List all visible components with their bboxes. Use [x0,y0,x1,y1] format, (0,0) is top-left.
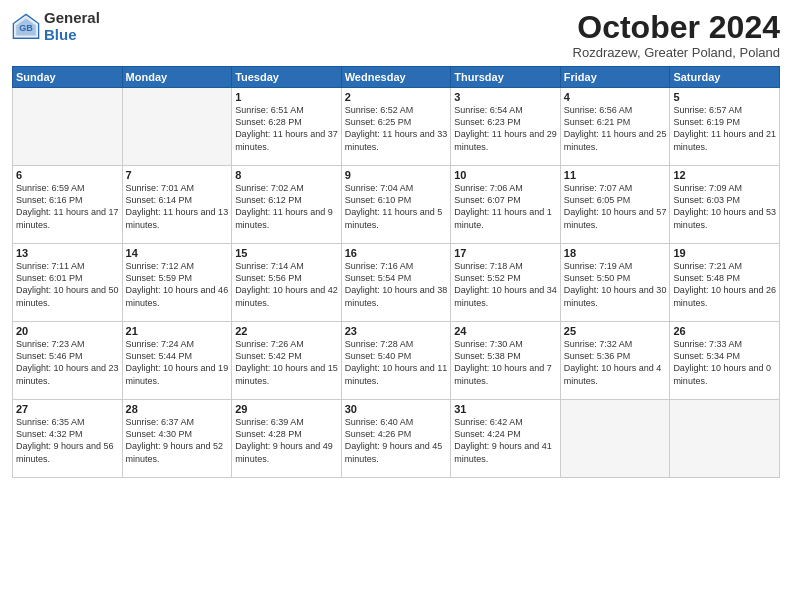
day-cell: 20Sunrise: 7:23 AMSunset: 5:46 PMDayligh… [13,322,123,400]
col-sunday: Sunday [13,67,123,88]
day-cell: 7Sunrise: 7:01 AMSunset: 6:14 PMDaylight… [122,166,232,244]
day-cell: 23Sunrise: 7:28 AMSunset: 5:40 PMDayligh… [341,322,451,400]
day-cell: 28Sunrise: 6:37 AMSunset: 4:30 PMDayligh… [122,400,232,478]
day-info: Sunrise: 6:52 AMSunset: 6:25 PMDaylight:… [345,104,448,153]
day-info: Sunrise: 6:37 AMSunset: 4:30 PMDaylight:… [126,416,229,465]
day-number: 17 [454,247,557,259]
day-number: 9 [345,169,448,181]
day-info: Sunrise: 7:26 AMSunset: 5:42 PMDaylight:… [235,338,338,387]
day-cell [560,400,670,478]
col-friday: Friday [560,67,670,88]
title-area: October 2024 Rozdrazew, Greater Poland, … [573,10,780,60]
day-cell: 31Sunrise: 6:42 AMSunset: 4:24 PMDayligh… [451,400,561,478]
day-info: Sunrise: 6:39 AMSunset: 4:28 PMDaylight:… [235,416,338,465]
day-cell: 15Sunrise: 7:14 AMSunset: 5:56 PMDayligh… [232,244,342,322]
location: Rozdrazew, Greater Poland, Poland [573,45,780,60]
header-row: Sunday Monday Tuesday Wednesday Thursday… [13,67,780,88]
day-number: 7 [126,169,229,181]
day-number: 8 [235,169,338,181]
day-info: Sunrise: 6:56 AMSunset: 6:21 PMDaylight:… [564,104,667,153]
day-cell: 25Sunrise: 7:32 AMSunset: 5:36 PMDayligh… [560,322,670,400]
day-cell: 22Sunrise: 7:26 AMSunset: 5:42 PMDayligh… [232,322,342,400]
day-cell [122,88,232,166]
day-number: 19 [673,247,776,259]
day-info: Sunrise: 7:02 AMSunset: 6:12 PMDaylight:… [235,182,338,231]
day-cell: 26Sunrise: 7:33 AMSunset: 5:34 PMDayligh… [670,322,780,400]
day-info: Sunrise: 6:35 AMSunset: 4:32 PMDaylight:… [16,416,119,465]
day-number: 15 [235,247,338,259]
day-info: Sunrise: 7:11 AMSunset: 6:01 PMDaylight:… [16,260,119,309]
day-info: Sunrise: 7:28 AMSunset: 5:40 PMDaylight:… [345,338,448,387]
day-number: 18 [564,247,667,259]
day-number: 20 [16,325,119,337]
month-title: October 2024 [573,10,780,45]
day-cell: 6Sunrise: 6:59 AMSunset: 6:16 PMDaylight… [13,166,123,244]
day-info: Sunrise: 7:07 AMSunset: 6:05 PMDaylight:… [564,182,667,231]
day-info: Sunrise: 6:59 AMSunset: 6:16 PMDaylight:… [16,182,119,231]
day-cell: 2Sunrise: 6:52 AMSunset: 6:25 PMDaylight… [341,88,451,166]
day-number: 12 [673,169,776,181]
day-number: 14 [126,247,229,259]
day-cell: 11Sunrise: 7:07 AMSunset: 6:05 PMDayligh… [560,166,670,244]
day-number: 5 [673,91,776,103]
day-cell: 27Sunrise: 6:35 AMSunset: 4:32 PMDayligh… [13,400,123,478]
week-row-3: 20Sunrise: 7:23 AMSunset: 5:46 PMDayligh… [13,322,780,400]
day-info: Sunrise: 7:18 AMSunset: 5:52 PMDaylight:… [454,260,557,309]
day-cell: 30Sunrise: 6:40 AMSunset: 4:26 PMDayligh… [341,400,451,478]
day-info: Sunrise: 7:32 AMSunset: 5:36 PMDaylight:… [564,338,667,387]
day-number: 23 [345,325,448,337]
day-cell [13,88,123,166]
day-cell [670,400,780,478]
svg-text:GB: GB [19,23,33,33]
day-info: Sunrise: 6:51 AMSunset: 6:28 PMDaylight:… [235,104,338,153]
day-number: 6 [16,169,119,181]
day-info: Sunrise: 7:33 AMSunset: 5:34 PMDaylight:… [673,338,776,387]
day-number: 10 [454,169,557,181]
day-info: Sunrise: 7:23 AMSunset: 5:46 PMDaylight:… [16,338,119,387]
day-cell: 16Sunrise: 7:16 AMSunset: 5:54 PMDayligh… [341,244,451,322]
day-number: 26 [673,325,776,337]
calendar-body: 1Sunrise: 6:51 AMSunset: 6:28 PMDaylight… [13,88,780,478]
day-cell: 21Sunrise: 7:24 AMSunset: 5:44 PMDayligh… [122,322,232,400]
day-info: Sunrise: 7:30 AMSunset: 5:38 PMDaylight:… [454,338,557,387]
day-cell: 9Sunrise: 7:04 AMSunset: 6:10 PMDaylight… [341,166,451,244]
week-row-1: 6Sunrise: 6:59 AMSunset: 6:16 PMDaylight… [13,166,780,244]
col-saturday: Saturday [670,67,780,88]
day-info: Sunrise: 7:24 AMSunset: 5:44 PMDaylight:… [126,338,229,387]
day-cell: 13Sunrise: 7:11 AMSunset: 6:01 PMDayligh… [13,244,123,322]
calendar-table: Sunday Monday Tuesday Wednesday Thursday… [12,66,780,478]
day-cell: 29Sunrise: 6:39 AMSunset: 4:28 PMDayligh… [232,400,342,478]
day-number: 29 [235,403,338,415]
logo-text: General Blue [44,10,100,43]
day-cell: 10Sunrise: 7:06 AMSunset: 6:07 PMDayligh… [451,166,561,244]
day-info: Sunrise: 7:19 AMSunset: 5:50 PMDaylight:… [564,260,667,309]
day-number: 31 [454,403,557,415]
day-number: 1 [235,91,338,103]
day-info: Sunrise: 6:57 AMSunset: 6:19 PMDaylight:… [673,104,776,153]
day-info: Sunrise: 7:04 AMSunset: 6:10 PMDaylight:… [345,182,448,231]
day-number: 25 [564,325,667,337]
day-info: Sunrise: 7:09 AMSunset: 6:03 PMDaylight:… [673,182,776,231]
header: GB General Blue October 2024 Rozdrazew, … [12,10,780,60]
day-number: 27 [16,403,119,415]
day-info: Sunrise: 7:06 AMSunset: 6:07 PMDaylight:… [454,182,557,231]
col-thursday: Thursday [451,67,561,88]
day-cell: 24Sunrise: 7:30 AMSunset: 5:38 PMDayligh… [451,322,561,400]
day-cell: 8Sunrise: 7:02 AMSunset: 6:12 PMDaylight… [232,166,342,244]
day-number: 2 [345,91,448,103]
day-number: 30 [345,403,448,415]
col-wednesday: Wednesday [341,67,451,88]
week-row-0: 1Sunrise: 6:51 AMSunset: 6:28 PMDaylight… [13,88,780,166]
day-cell: 4Sunrise: 6:56 AMSunset: 6:21 PMDaylight… [560,88,670,166]
logo-general: General [44,10,100,27]
day-cell: 1Sunrise: 6:51 AMSunset: 6:28 PMDaylight… [232,88,342,166]
day-number: 22 [235,325,338,337]
page-container: GB General Blue October 2024 Rozdrazew, … [0,0,792,486]
day-number: 21 [126,325,229,337]
day-cell: 14Sunrise: 7:12 AMSunset: 5:59 PMDayligh… [122,244,232,322]
logo-icon: GB [12,13,40,41]
day-number: 24 [454,325,557,337]
week-row-4: 27Sunrise: 6:35 AMSunset: 4:32 PMDayligh… [13,400,780,478]
week-row-2: 13Sunrise: 7:11 AMSunset: 6:01 PMDayligh… [13,244,780,322]
day-info: Sunrise: 6:54 AMSunset: 6:23 PMDaylight:… [454,104,557,153]
